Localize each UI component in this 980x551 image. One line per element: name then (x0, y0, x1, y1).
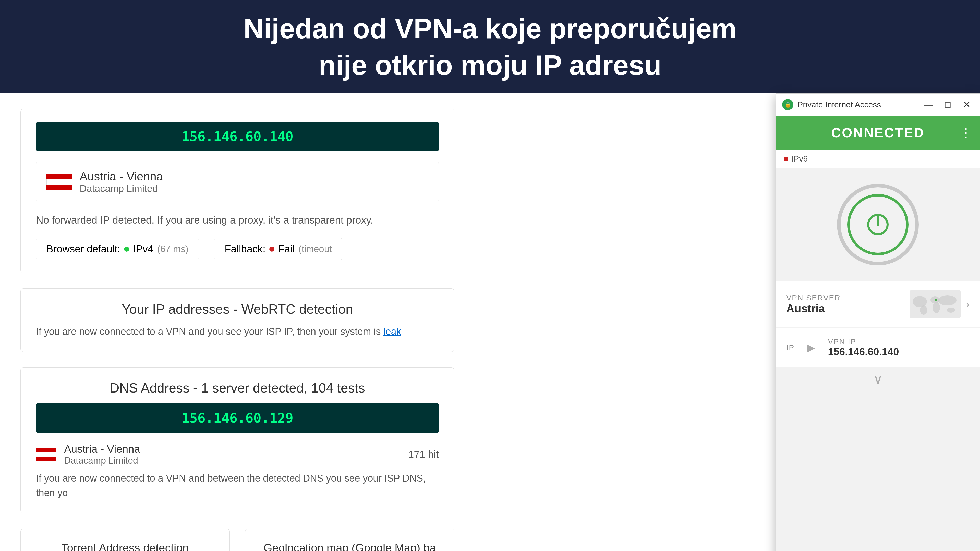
webrtc-desc: If you are now connected to a VPN and yo… (36, 324, 439, 339)
pia-titlebar: 🔒 Private Internet Access — □ ✕ (776, 94, 980, 116)
connected-label: CONNECTED (831, 125, 924, 140)
server-map (910, 290, 961, 318)
browser-default-item: Browser default: IPv4 (67 ms) (36, 238, 199, 260)
ipv6-status-dot (784, 157, 788, 161)
pia-ipv6-bar: IPv6 (776, 149, 980, 168)
location-name: Austria - Vienna (80, 170, 163, 183)
fallback-label: Fallback: (224, 243, 266, 255)
svg-point-9 (935, 299, 937, 301)
server-chevron-icon[interactable]: › (966, 298, 969, 311)
fail-detail: (timeout (299, 244, 332, 254)
ip-label: IP (786, 343, 794, 352)
pia-power-area (776, 168, 980, 281)
ipv4-dot (124, 246, 129, 252)
svg-point-8 (947, 308, 955, 313)
world-map-icon (910, 290, 961, 318)
ip-address-bar: 156.146.60.140 (36, 122, 439, 151)
torrent-title: Torrent Address detection (36, 541, 214, 551)
ipv4-label: IPv4 (133, 243, 153, 255)
svg-point-6 (933, 302, 940, 313)
pia-window: 🔒 Private Internet Access — □ ✕ CONNECTE… (776, 94, 980, 551)
svg-point-7 (938, 295, 956, 305)
torrent-card: Torrent Address detection Activate (21, 529, 230, 551)
webrtc-section: Your IP addresses - WebRTC detection If … (21, 288, 454, 352)
dns-location-row: Austria - Vienna Datacamp Limited 171 hi… (36, 443, 439, 466)
top-banner: Nijedan od VPN-a koje preporučujem nije … (0, 0, 980, 94)
minimize-button[interactable]: — (921, 98, 936, 111)
power-button[interactable] (847, 194, 908, 255)
vpn-ip-value: 156.146.60.140 (828, 346, 899, 357)
pia-ip-section: IP ▶ VPN IP 156.146.60.140 (776, 328, 980, 367)
austria-flag (46, 173, 72, 190)
chevron-down-icon[interactable]: ∨ (873, 372, 883, 387)
svg-point-4 (920, 305, 927, 315)
fail-label: Fail (278, 243, 294, 255)
dns-section: DNS Address - 1 server detected, 104 tes… (21, 367, 454, 513)
geolocation-card: Geolocation map (Google Map) ba Activate… (245, 529, 454, 551)
location-row: Austria - Vienna Datacamp Limited (36, 162, 439, 202)
power-icon (865, 212, 891, 237)
main-content: 156.146.60.140 Austria - Vienna Datacamp… (0, 94, 980, 551)
pia-menu-button[interactable]: ⋮ (960, 125, 972, 140)
ipv4-ms: (67 ms) (157, 244, 188, 254)
window-controls: — □ ✕ (921, 98, 974, 111)
banner-title: Nijedan od VPN-a koje preporučujem nije … (5, 10, 975, 83)
detection-row: Browser default: IPv4 (67 ms) Fallback: … (36, 238, 439, 260)
geolocation-title: Geolocation map (Google Map) ba (261, 541, 439, 551)
dns-location-name: Austria - Vienna (64, 443, 140, 455)
close-button[interactable]: ✕ (960, 98, 974, 111)
pia-chevron-down-area: ∨ (776, 367, 980, 392)
pia-connected-bar: CONNECTED ⋮ (776, 116, 980, 149)
no-forward-text: No forwarded IP detected. If you are usi… (36, 212, 439, 228)
svg-point-3 (913, 296, 927, 307)
ip-address-value: 156.146.60.140 (181, 129, 293, 144)
vpn-ip-label: VPN IP (828, 337, 899, 346)
ip-card: 156.146.60.140 Austria - Vienna Datacamp… (21, 109, 454, 273)
server-label: VPN SERVER (786, 294, 904, 302)
power-button-outer (837, 184, 919, 265)
location-provider: Datacamp Limited (80, 183, 163, 194)
maximize-button[interactable]: □ (942, 98, 954, 111)
fail-dot (269, 246, 274, 252)
dns-title: DNS Address - 1 server detected, 104 tes… (36, 380, 439, 395)
webrtc-title: Your IP addresses - WebRTC detection (36, 302, 439, 317)
ip-arrow-icon: ▶ (807, 342, 815, 354)
server-info: VPN SERVER Austria (786, 294, 904, 315)
fallback-item: Fallback: Fail (timeout (214, 238, 342, 260)
dns-austria-flag (36, 448, 56, 461)
dns-ip-value: 156.146.60.129 (181, 410, 293, 426)
server-name: Austria (786, 302, 904, 315)
ipv6-label: IPv6 (791, 154, 808, 164)
pia-server-section: VPN SERVER Austria (776, 281, 980, 327)
dns-location-provider: Datacamp Limited (64, 455, 140, 466)
pia-title: Private Internet Access (797, 100, 916, 110)
dns-ip-bar: 156.146.60.129 (36, 403, 439, 433)
bottom-cards: Torrent Address detection Activate Geolo… (21, 529, 454, 551)
browser-default-label: Browser default: (46, 243, 120, 255)
dns-desc: If you are now connected to a VPN and be… (36, 471, 439, 500)
hit-count: 171 hit (408, 449, 439, 460)
webrtc-leak-link[interactable]: leak (383, 326, 401, 337)
pia-logo-icon: 🔒 (782, 99, 793, 110)
